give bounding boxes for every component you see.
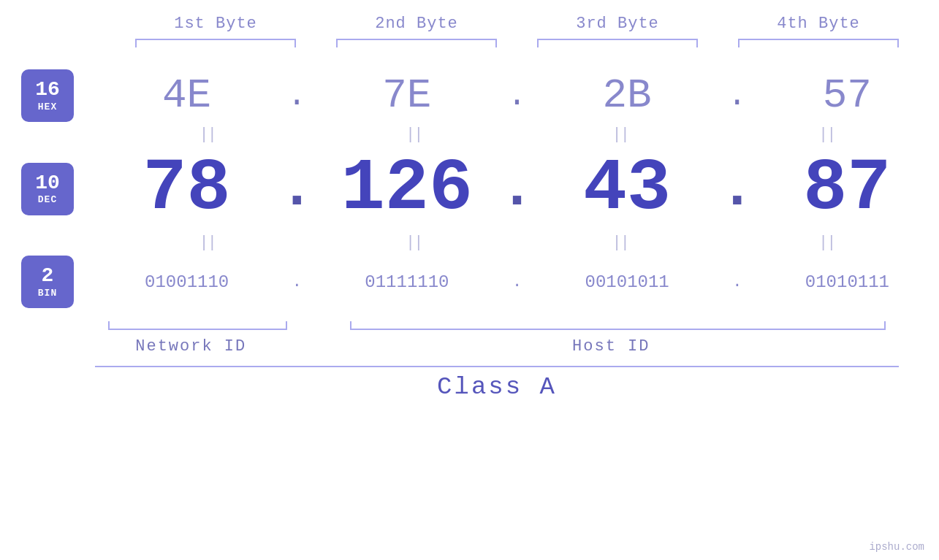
eq1-2: || [322,126,506,144]
eq-signs-7: || [612,234,628,252]
byte3-header: 3rd Byte [517,15,718,33]
eq1-1: || [115,126,300,144]
eq-signs-2: || [406,126,422,144]
dec-dot-2: . [499,156,536,222]
bin-base-label: BIN [38,288,57,299]
eq1-4: || [734,126,919,144]
class-line [95,366,899,367]
eq-signs-5: || [199,234,216,252]
bracket-top-1 [135,39,296,47]
dec-dot-3: . [719,156,756,222]
bin-badge: 2 BIN [21,256,74,308]
top-bracket-3 [517,39,718,47]
hex-byte4: 57 [823,72,872,119]
bin-dot-3: . [719,273,756,291]
bin-label-col: 2 BIN [0,256,95,308]
bin-val-1: 01001110 [95,272,278,292]
dec-val-4: 87 [756,147,939,230]
hex-base-label: HEX [38,101,57,112]
bin-byte3: 00101011 [585,272,669,292]
hex-val-1: 4E [95,72,278,119]
eq2-3: || [528,234,713,252]
id-dot-space [287,337,324,356]
dec-val-1: 78 [95,147,278,230]
bin-byte4: 01010111 [805,272,889,292]
hex-val-4: 57 [756,72,939,119]
dec-badge: 10 DEC [21,163,74,215]
hex-values: 4E . 7E . 2B . 57 [95,72,939,119]
host-bracket [350,321,886,330]
eq-signs-1: || [199,126,216,144]
eq-signs-3: || [612,126,628,144]
bin-val-4: 01010111 [756,272,939,292]
bin-val-3: 00101011 [536,272,719,292]
dec-val-3: 43 [536,147,719,230]
bracket-top-2 [336,39,497,47]
top-brackets [115,39,919,47]
host-bracket-cell [337,321,900,330]
dec-base-num: 10 [35,172,60,195]
equals-row-1: || || || || [115,126,919,144]
hex-row: 16 HEX 4E . 7E . 2B . 57 [0,69,939,122]
bin-row: 2 BIN 01001110 . 01111110 . 00101011 . 0… [0,256,939,308]
equals-row-2: || || || || [115,234,919,252]
network-id-label: Network ID [95,337,287,356]
bracket-top-4 [738,39,899,47]
eq-signs-4: || [818,126,835,144]
eq-signs-6: || [406,234,422,252]
byte4-header: 4th Byte [718,15,919,33]
host-id-text: Host ID [572,337,650,356]
bin-dot-1: . [278,273,315,291]
dec-dot-1: . [278,156,315,222]
dec-val-2: 126 [315,147,498,230]
bin-byte1: 01001110 [145,272,229,292]
hex-val-3: 2B [536,72,719,119]
main-container: 1st Byte 2nd Byte 3rd Byte 4th Byte 16 H… [0,0,939,560]
hex-byte3: 2B [603,72,652,119]
dec-values: 78 . 126 . 43 . 87 [95,147,939,230]
eq-signs-8: || [818,234,835,252]
top-bracket-1 [115,39,316,47]
dec-byte3: 43 [583,147,671,230]
eq2-4: || [734,234,919,252]
bracket-dot-space-1 [300,321,337,330]
net-bracket [108,321,287,330]
eq1-3: || [528,126,713,144]
eq2-1: || [115,234,300,252]
hex-byte1: 4E [162,72,211,119]
net-bracket-cell [95,321,300,330]
host-id-label: Host ID [324,337,900,356]
hex-badge: 16 HEX [21,69,74,122]
hex-base-num: 16 [35,79,60,101]
hex-dot-2: . [499,77,536,114]
hex-val-2: 7E [315,72,498,119]
bottom-section: Network ID Host ID Class A [0,315,939,401]
dec-byte2: 126 [341,147,473,230]
bottom-brackets [95,321,899,330]
dec-base-label: DEC [38,194,57,205]
bin-byte2: 01111110 [365,272,449,292]
watermark: ipshu.com [869,541,924,553]
dec-label-col: 10 DEC [0,163,95,215]
hex-dot-3: . [719,77,756,114]
bin-dot-2: . [499,273,536,291]
hex-dot-1: . [278,77,315,114]
eq2-2: || [322,234,506,252]
bracket-top-3 [537,39,698,47]
network-id-text: Network ID [135,337,246,356]
dec-byte4: 87 [803,147,891,230]
byte-headers: 1st Byte 2nd Byte 3rd Byte 4th Byte [115,15,919,33]
byte1-header: 1st Byte [115,15,316,33]
bin-base-num: 2 [42,265,54,288]
byte2-header: 2nd Byte [316,15,517,33]
id-labels: Network ID Host ID [95,337,899,356]
bin-val-2: 01111110 [315,272,498,292]
hex-label-col: 16 HEX [0,69,95,122]
class-label: Class A [95,373,899,401]
top-bracket-2 [316,39,517,47]
bin-values: 01001110 . 01111110 . 00101011 . 0101011… [95,272,939,292]
class-section: Class A [95,366,899,401]
hex-byte2: 7E [382,72,431,119]
top-bracket-4 [718,39,919,47]
dec-row: 10 DEC 78 . 126 . 43 . 87 [0,147,939,230]
